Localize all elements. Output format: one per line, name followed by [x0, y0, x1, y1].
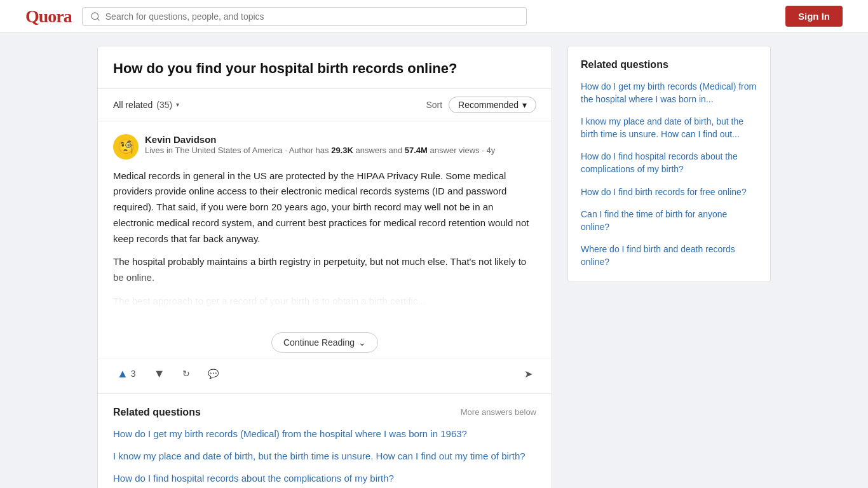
sort-dropdown[interactable]: Recommended ▾	[449, 97, 536, 113]
related-link[interactable]: How do I get my birth records (Medical) …	[113, 427, 536, 440]
continue-reading-button[interactable]: Continue Reading ⌄	[271, 332, 378, 353]
share-button[interactable]: ➤	[520, 365, 536, 383]
related-questions-title: Related questions	[113, 407, 201, 418]
sidebar-title: Related questions	[581, 59, 757, 71]
continue-reading-container: Continue Reading ⌄	[98, 332, 552, 353]
downvote-icon: ▼	[154, 367, 165, 381]
main-panel: How do you find your hospital birth reco…	[97, 46, 552, 488]
search-icon	[90, 11, 100, 22]
svg-line-1	[97, 18, 99, 20]
upvote-button[interactable]: ▲ 3	[113, 365, 140, 383]
sidebar-link[interactable]: How do I find hospital records about the…	[581, 151, 757, 175]
related-count: (35)	[156, 100, 172, 110]
related-header-row: Related questions More answers below	[113, 407, 536, 418]
sidebar-card: Related questions How do I get my birth …	[567, 46, 771, 282]
sort-label: Sort	[426, 100, 442, 110]
question-title-area: How do you find your hospital birth reco…	[98, 46, 552, 89]
comment-icon: 💬	[208, 369, 219, 379]
answers-label: answers and	[353, 146, 405, 155]
answer-area: 🧐 Kevin Davidson Lives in The United Sta…	[98, 121, 552, 322]
upvote-count: 3	[131, 369, 136, 379]
avatar: 🧐	[113, 134, 139, 159]
page-content: How do you find your hospital birth reco…	[85, 0, 783, 488]
related-link[interactable]: How do I find hospital records about the…	[113, 471, 536, 485]
answer-paragraph-2: The hospital probably maintains a birth …	[113, 254, 536, 286]
sort-area: Sort Recommended ▾	[426, 97, 536, 113]
author-name: Kevin Davidson	[145, 134, 536, 145]
comment-button[interactable]: 💬	[204, 366, 222, 381]
upvote-icon: ▲	[117, 367, 128, 381]
sidebar-links-list: How do I get my birth records (Medical) …	[581, 81, 757, 269]
question-card: How do you find your hospital birth reco…	[97, 46, 552, 488]
answer-paragraph-3-faded: The best approach to get a record of you…	[113, 294, 536, 309]
author-info: Kevin Davidson Lives in The United State…	[145, 134, 536, 156]
signin-button[interactable]: Sign In	[785, 6, 843, 27]
filter-bar: All related (35) ▾ Sort Recommended ▾	[98, 89, 552, 121]
author-row: 🧐 Kevin Davidson Lives in The United Sta…	[113, 134, 536, 159]
share-icon: ➤	[524, 368, 532, 380]
views-count: 57.4M	[405, 146, 428, 155]
sidebar-link[interactable]: I know my place and date of birth, but t…	[581, 116, 757, 140]
related-questions-section: Related questions More answers below How…	[98, 393, 552, 488]
action-bar: ▲ 3 ▼ ↻ 💬 ➤	[98, 358, 552, 393]
sort-chevron-icon: ▾	[522, 100, 527, 110]
author-meta: Lives in The United States of America · …	[145, 145, 536, 156]
answer-paragraph-1: Medical records in general in the US are…	[113, 168, 536, 247]
sidebar-link[interactable]: How do I get my birth records (Medical) …	[581, 81, 757, 105]
refresh-icon: ↻	[182, 369, 190, 379]
search-input[interactable]	[105, 11, 519, 22]
sidebar-link[interactable]: How do I find birth records for free onl…	[581, 186, 757, 199]
related-link[interactable]: I know my place and date of birth, but t…	[113, 449, 536, 463]
views-label: answer views · 4y	[428, 146, 495, 155]
continue-reading-label: Continue Reading	[283, 337, 355, 348]
all-related-filter[interactable]: All related (35) ▾	[113, 100, 179, 110]
quora-logo: Quora	[25, 6, 72, 27]
author-meta-prefix: Lives in The United States of America · …	[145, 146, 331, 155]
related-links-list: How do I get my birth records (Medical) …	[113, 427, 536, 488]
avatar-emoji: 🧐	[118, 140, 135, 154]
sort-value: Recommended	[458, 100, 519, 110]
sidebar-link[interactable]: Can I find the time of birth for anyone …	[581, 208, 757, 233]
continue-reading-chevron-icon: ⌄	[358, 337, 366, 348]
question-title: How do you find your hospital birth reco…	[113, 59, 536, 78]
answer-text: Medical records in general in the US are…	[113, 168, 536, 309]
answers-count: 29.3K	[331, 146, 353, 155]
search-bar[interactable]	[82, 7, 527, 26]
filter-chevron-icon: ▾	[176, 101, 179, 108]
refresh-button[interactable]: ↻	[179, 366, 194, 381]
sidebar-link[interactable]: Where do I find birth and death records …	[581, 243, 757, 268]
header: Quora Sign In	[0, 0, 868, 33]
sidebar: Related questions How do I get my birth …	[567, 46, 771, 282]
downvote-button[interactable]: ▼	[150, 365, 169, 383]
all-related-label: All related	[113, 100, 153, 110]
more-answers-label: More answers below	[461, 407, 536, 417]
